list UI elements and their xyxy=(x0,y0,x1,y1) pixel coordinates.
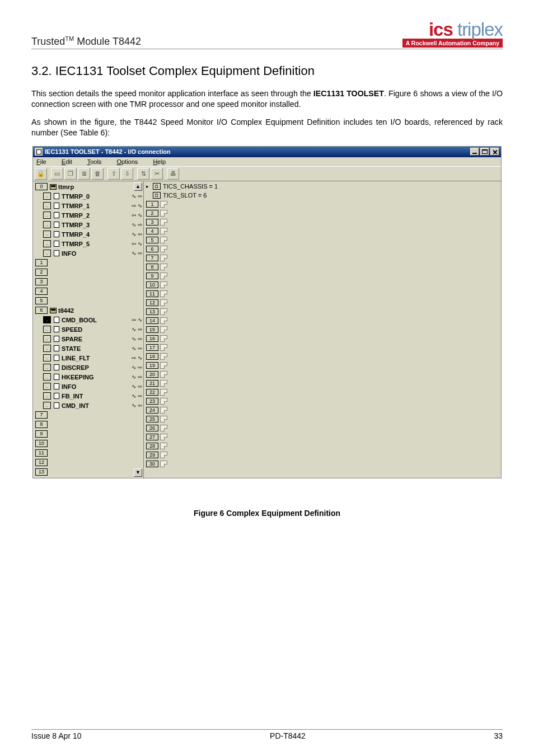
equipment-row[interactable]: 1 xyxy=(35,259,142,267)
tool-delete-icon[interactable]: 🗑 xyxy=(91,168,104,180)
menu-help[interactable]: Help xyxy=(153,158,172,165)
scroll-down-icon[interactable]: ▼ xyxy=(134,468,142,477)
board-row[interactable]: .FB_INT∿ ⇨ xyxy=(35,392,142,401)
note-icon xyxy=(160,452,167,458)
board-row[interactable]: .TTMRP_2⇦ ∿ xyxy=(35,211,142,220)
board-row[interactable]: .INFO∿ ⇨ xyxy=(35,382,142,391)
channel-row[interactable]: 10 xyxy=(146,281,499,289)
menu-options[interactable]: Options xyxy=(116,158,144,165)
system-menu-icon[interactable] xyxy=(35,148,43,156)
board-row[interactable]: .SPARE∿ ⇨ xyxy=(35,335,142,344)
channel-row[interactable]: 16 xyxy=(146,335,499,343)
tool-list-icon[interactable]: ≣ xyxy=(78,168,90,180)
tool-lock-icon[interactable]: 🔒 xyxy=(35,168,47,180)
slot-number: . xyxy=(43,373,51,381)
channel-number: 8 xyxy=(146,264,158,270)
channel-row[interactable]: 21 xyxy=(146,379,499,388)
board-row[interactable]: .TTMRP_4∿ ⇦ xyxy=(35,230,142,239)
note-icon xyxy=(160,317,167,324)
channel-row[interactable]: 18 xyxy=(146,353,499,361)
equipment-row[interactable]: 2 xyxy=(35,268,142,277)
board-row[interactable]: .STATE∿ ⇨ xyxy=(35,344,142,353)
board-row[interactable]: .CMD_BOOL⇦ ∿ xyxy=(35,316,142,325)
slot-number: . xyxy=(43,354,51,361)
channel-row[interactable]: 17 xyxy=(146,344,499,352)
channel-row[interactable]: 22 xyxy=(146,388,499,397)
board-row[interactable]: .INFO∿ ⇨ xyxy=(35,249,142,258)
close-button[interactable] xyxy=(490,148,499,156)
scroll-up-icon[interactable]: ▲ xyxy=(134,182,142,191)
slot-number: . xyxy=(43,316,51,323)
tool-note-icon[interactable]: ▭ xyxy=(51,168,63,180)
equipment-row[interactable]: 4 xyxy=(35,287,142,296)
channel-row[interactable]: 23 xyxy=(146,397,499,406)
menu-edit[interactable]: Edit xyxy=(62,158,79,165)
channel-row[interactable]: 3 xyxy=(146,218,499,227)
channel-row[interactable]: 2 xyxy=(146,209,499,218)
equipment-row[interactable]: 14 xyxy=(35,477,142,478)
board-row[interactable]: .TTMRP_0∿ ⇨ xyxy=(35,192,142,201)
tool-cut-icon[interactable]: ✂ xyxy=(151,168,163,180)
channel-row[interactable]: 14 xyxy=(146,317,499,325)
channel-number: 2 xyxy=(146,210,158,217)
channel-row[interactable]: 12 xyxy=(146,299,499,307)
equipment-row[interactable]: 12 xyxy=(35,458,142,467)
right-pane[interactable]: ▸ 🗒 TICS_CHASSIS = 1 🗒 TICS_SLOT = 6 123… xyxy=(144,181,501,478)
equipment-row[interactable]: 5 xyxy=(35,297,142,306)
channel-number: 22 xyxy=(146,389,158,396)
channel-row[interactable]: 13 xyxy=(146,308,499,316)
channel-row[interactable]: 20 xyxy=(146,370,499,379)
tool-sort-icon[interactable]: ⇅ xyxy=(137,168,149,180)
equipment-row[interactable]: 7 xyxy=(35,411,142,420)
channel-row[interactable]: 15 xyxy=(146,326,499,334)
channel-row[interactable]: 30 xyxy=(146,460,499,468)
channel-row[interactable]: 7 xyxy=(146,254,499,262)
board-row[interactable]: .DISCREP∿ ⇨ xyxy=(35,363,142,372)
equipment-row[interactable]: 13 xyxy=(35,468,142,477)
tool-print-icon[interactable]: 🖶 xyxy=(167,168,179,180)
board-row[interactable]: .TTMRP_1⇨ ∿ xyxy=(35,201,142,210)
slot-label: TTMRP_2 xyxy=(62,212,130,219)
tool-copy-icon[interactable]: ❐ xyxy=(64,168,77,180)
board-row[interactable]: .LINE_FLT⇨ ∿ xyxy=(35,354,142,363)
logo-ics: ics xyxy=(429,19,453,40)
channel-row[interactable]: 4 xyxy=(146,227,499,236)
tool-up-icon[interactable]: ⇧ xyxy=(107,168,120,180)
maximize-button[interactable] xyxy=(480,148,489,156)
minimize-button[interactable] xyxy=(470,148,479,156)
board-row[interactable]: .TTMRP_3∿ ⇨ xyxy=(35,220,142,229)
menu-file[interactable]: File xyxy=(36,158,53,165)
channel-row[interactable]: 9 xyxy=(146,272,499,280)
titlebar[interactable]: IEC1131 TOOLSET - T8442 - I/O connection xyxy=(33,147,501,157)
equipment-row[interactable]: 11 xyxy=(35,449,142,458)
equipment-row[interactable]: 8 xyxy=(35,420,142,429)
channel-row[interactable]: 8 xyxy=(146,263,499,271)
channel-row[interactable]: 1 xyxy=(146,200,499,209)
channel-row[interactable]: 29 xyxy=(146,451,499,459)
channel-row[interactable]: 6 xyxy=(146,245,499,253)
left-pane[interactable]: ▲ 0ttmrp.TTMRP_0∿ ⇨.TTMRP_1⇨ ∿.TTMRP_2⇦ … xyxy=(33,181,144,478)
equipment-row[interactable]: 9 xyxy=(35,430,142,439)
board-row[interactable]: .TTMRP_5⇦ ∿ xyxy=(35,240,142,248)
equipment-row[interactable]: 6t8442 xyxy=(35,306,142,315)
channel-row[interactable]: 26 xyxy=(146,424,499,433)
slot-number: . xyxy=(43,212,51,219)
equipment-row[interactable]: 0ttmrp xyxy=(35,182,142,191)
channel-row[interactable]: 28 xyxy=(146,442,499,450)
equipment-row[interactable]: 10 xyxy=(35,439,142,448)
channel-row[interactable]: 11 xyxy=(146,290,499,298)
board-row[interactable]: .CMD_INT∿ ⇦ xyxy=(35,401,142,410)
note-icon xyxy=(160,335,167,342)
equipment-row[interactable]: 3 xyxy=(35,278,142,287)
channel-row[interactable]: 27 xyxy=(146,433,499,442)
channel-row[interactable]: 5 xyxy=(146,236,499,245)
board-row[interactable]: .SPEED∿ ⇨ xyxy=(35,325,142,334)
channel-row[interactable]: 19 xyxy=(146,361,499,370)
tool-down-icon[interactable]: ⇩ xyxy=(121,168,133,180)
channel-row[interactable]: 25 xyxy=(146,415,499,424)
menu-tools[interactable]: Tools xyxy=(87,158,109,165)
channel-row[interactable]: 24 xyxy=(146,406,499,415)
paragraph-2: As shown in the figure, the T8442 Speed … xyxy=(31,117,503,138)
board-row[interactable]: .HKEEPING∿ ⇨ xyxy=(35,373,142,382)
footer-left: Issue 8 Apr 10 xyxy=(31,731,82,740)
